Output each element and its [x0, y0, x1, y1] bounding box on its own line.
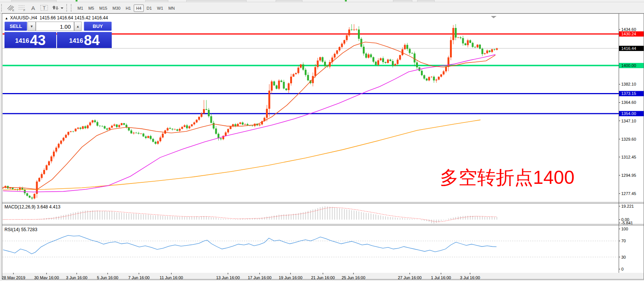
candle [387, 60, 389, 63]
sell-price-box[interactable]: 1416 43 [4, 32, 56, 48]
arrows-icon[interactable] [50, 3, 65, 12]
timeframe-button-m30[interactable]: M30 [110, 4, 123, 12]
price-tick-label: 1382.10 [621, 82, 636, 86]
time-tick-label: 30 May 16:00 [34, 275, 59, 280]
candle [428, 77, 430, 80]
candle [288, 83, 290, 90]
candle [385, 62, 387, 63]
candle [225, 132, 227, 136]
candle [244, 124, 246, 124]
timeframe-button-mn[interactable]: MN [166, 4, 177, 12]
candle [346, 35, 348, 40]
timeframe-button-m5[interactable]: M5 [86, 4, 96, 12]
candle [467, 40, 469, 45]
toolbar-grip[interactable] [1, 4, 4, 12]
time-tick-label: 13 Jun 16:00 [216, 275, 240, 280]
candle [259, 124, 261, 125]
buy-button[interactable]: BUY [84, 22, 112, 31]
candle [150, 136, 152, 139]
candle [460, 37, 461, 38]
volume-input[interactable]: 1.00 [36, 22, 74, 31]
candle [484, 53, 486, 54]
candle [363, 47, 365, 54]
candle [324, 62, 326, 66]
ma_fast-line[interactable] [3, 42, 495, 189]
collapse-arrow-icon[interactable]: ▲ [5, 16, 8, 20]
candle [496, 48, 498, 50]
svg-text:T: T [43, 6, 46, 11]
candle [285, 89, 287, 90]
candle [276, 85, 277, 89]
sell-price-small: 1416 [15, 35, 29, 47]
candle [53, 151, 55, 156]
chart-text-annotation[interactable]: 多空转折点1400 [440, 165, 574, 190]
timeframe-button-h1[interactable]: H1 [123, 4, 133, 12]
candle [104, 126, 106, 128]
clipped-button [417, 0, 435, 2]
timeframe-button-m15[interactable]: M15 [97, 4, 110, 12]
timeframe-button-d1[interactable]: D1 [145, 4, 154, 12]
candle [220, 138, 222, 139]
candle [89, 122, 91, 125]
candle [319, 57, 321, 61]
window-border [2, 14, 644, 280]
toolbar-grip[interactable] [71, 4, 74, 12]
timeframe-button-w1[interactable]: W1 [155, 4, 166, 12]
fibonacci-icon[interactable]: F [16, 3, 28, 12]
candle [215, 128, 217, 134]
chart-canvas[interactable]: 1434.601382.101364.601347.101329.601312.… [2, 13, 644, 280]
candle [239, 122, 241, 124]
candle [404, 45, 406, 50]
volume-decrease-button[interactable]: ▼ [28, 22, 36, 31]
time-tick-label: 27 Jun 16:00 [398, 275, 422, 280]
candle [322, 57, 324, 62]
ohlc-low: 1415.42 [74, 15, 91, 20]
candle [464, 44, 466, 45]
volume-increase-button[interactable]: ▲ [74, 22, 82, 31]
symbol-period: XAUUSD-,H4 [10, 15, 37, 20]
candle [334, 54, 336, 58]
candle [242, 122, 244, 125]
price-tick-label: 1277.45 [621, 191, 636, 196]
timeframe-toolbar: M1M5M15M30H1H4D1W1MN [75, 4, 177, 11]
timeframe-button-m1[interactable]: M1 [75, 4, 85, 12]
candle [280, 81, 282, 82]
ohlc-open: 1415.66 [39, 15, 55, 20]
candle [433, 77, 435, 80]
candle [341, 44, 343, 47]
price-badge-label: 1373.15 [621, 91, 636, 96]
candle [251, 126, 253, 126]
candle [450, 40, 452, 58]
candle [472, 43, 474, 47]
candle [491, 49, 493, 52]
candle [210, 116, 212, 123]
sell-button[interactable]: SELL [4, 22, 27, 31]
candle [51, 156, 53, 161]
buy-price-small: 1416 [69, 35, 83, 47]
candle [118, 125, 120, 127]
candle [269, 90, 270, 109]
candle [63, 138, 64, 141]
candle [14, 189, 16, 189]
rsi-tick-label: 0 [621, 267, 624, 271]
candle [462, 38, 464, 43]
draw-pencil-icon[interactable]: E [5, 3, 16, 12]
buy-price-box[interactable]: 1416 84 [57, 32, 112, 48]
rsi-tick-label: 30 [621, 255, 626, 259]
timeframe-button-h4[interactable]: H4 [134, 4, 143, 12]
candle [479, 45, 481, 49]
candle [121, 123, 123, 125]
candle [92, 120, 93, 122]
price-badge-label: 1354.00 [621, 111, 636, 116]
svg-text:E: E [12, 9, 14, 12]
candle [368, 54, 369, 58]
price-tick-label: 1312.45 [621, 155, 636, 159]
candle [208, 110, 210, 116]
candle [99, 126, 101, 126]
text-label-icon[interactable]: T [39, 3, 50, 12]
candle [60, 141, 62, 144]
mt4-application: E F A T [0, 0, 644, 281]
text-icon[interactable]: A [28, 3, 39, 12]
candle [431, 77, 432, 77]
chart-shift-marker-icon[interactable] [491, 16, 497, 18]
